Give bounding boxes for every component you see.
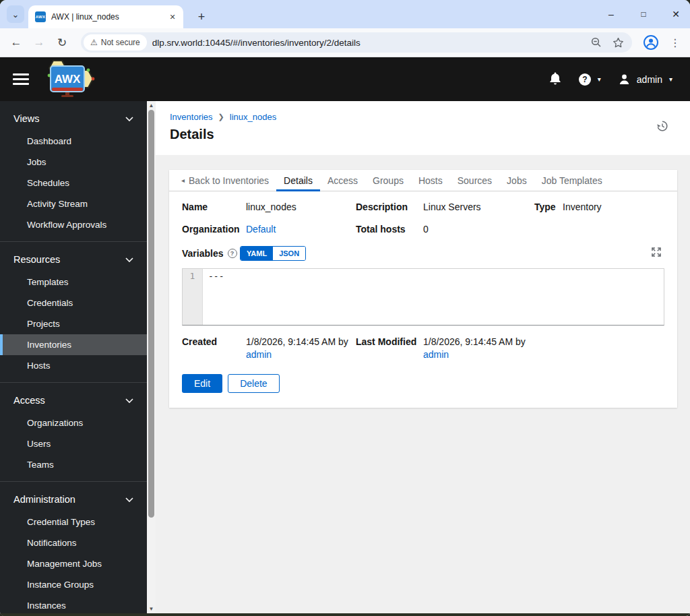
activity-stream-history-icon[interactable] bbox=[656, 120, 668, 135]
sidebar-item-projects[interactable]: Projects bbox=[0, 313, 147, 334]
sidebar-item-users[interactable]: Users bbox=[0, 433, 147, 454]
bookmark-star-icon[interactable] bbox=[613, 37, 624, 49]
help-menu[interactable]: ? ▾ bbox=[579, 73, 601, 86]
svg-text:AWX: AWX bbox=[55, 73, 81, 86]
type-label: Type bbox=[534, 202, 563, 212]
variables-row: Variables ? YAML JSON bbox=[182, 246, 664, 261]
maximize-icon[interactable]: □ bbox=[637, 9, 650, 19]
sidebar-item-instance-groups[interactable]: Instance Groups bbox=[0, 574, 147, 595]
edit-button[interactable]: Edit bbox=[182, 374, 222, 393]
detail-row-2: Organization Default Total hosts 0 bbox=[182, 224, 664, 235]
chevron-down-icon bbox=[125, 257, 133, 262]
awx-logo[interactable]: AWX bbox=[40, 58, 98, 101]
total-hosts-label: Total hosts bbox=[356, 224, 423, 235]
description-label: Description bbox=[356, 202, 423, 212]
url-text[interactable]: dlp.srv.world:10445/#/inventories/invent… bbox=[152, 38, 591, 48]
caret-left-icon: ◂ bbox=[181, 177, 185, 184]
organization-link[interactable]: Default bbox=[246, 224, 356, 235]
tab-job-templates[interactable]: Job Templates bbox=[534, 170, 610, 191]
organization-label: Organization bbox=[182, 224, 246, 235]
sidebar-item-workflow-approvals[interactable]: Workflow Approvals bbox=[0, 214, 147, 235]
sidebar-section-administration[interactable]: Administration bbox=[0, 492, 147, 512]
tab-jobs[interactable]: Jobs bbox=[499, 170, 534, 191]
type-value: Inventory bbox=[563, 202, 664, 212]
variables-editor: 1 --- bbox=[182, 268, 664, 326]
expand-editor-icon[interactable] bbox=[651, 247, 662, 260]
user-caret-down-icon: ▾ bbox=[669, 75, 672, 83]
tab-back-to-inventories[interactable]: ◂ Back to Inventories bbox=[174, 170, 276, 191]
scroll-up-icon[interactable]: ▲ bbox=[147, 102, 156, 109]
chevron-down-icon bbox=[125, 398, 133, 403]
sidebar-item-activity-stream[interactable]: Activity Stream bbox=[0, 193, 147, 214]
desktop-edge bbox=[0, 613, 690, 616]
sidebar-item-schedules[interactable]: Schedules bbox=[0, 173, 147, 193]
json-toggle-button[interactable]: JSON bbox=[273, 247, 305, 260]
tab-hosts[interactable]: Hosts bbox=[411, 170, 450, 191]
inventory-details-card: ◂ Back to Inventories Details Access Gro… bbox=[169, 170, 677, 408]
not-secure-chip[interactable]: ⚠ Not secure bbox=[84, 34, 147, 51]
notifications-bell-icon[interactable] bbox=[549, 71, 561, 88]
sidebar-section-resources[interactable]: Resources bbox=[0, 252, 147, 272]
created-by-user-link[interactable]: admin bbox=[246, 349, 356, 360]
created-value: 1/8/2026, 9:14:45 AM by admin bbox=[246, 336, 356, 360]
address-bar[interactable]: ⚠ Not secure dlp.srv.world:10445/#/inven… bbox=[81, 32, 632, 53]
last-modified-label: Last Modified bbox=[356, 336, 423, 347]
back-icon[interactable]: ← bbox=[7, 33, 26, 52]
name-value: linux_nodes bbox=[246, 202, 356, 212]
sidebar-item-inventories[interactable]: Inventories bbox=[0, 334, 147, 355]
sidebar-item-templates[interactable]: Templates bbox=[0, 272, 147, 292]
sidebar-item-jobs[interactable]: Jobs bbox=[0, 152, 147, 173]
reload-icon[interactable]: ↻ bbox=[53, 33, 71, 52]
name-label: Name bbox=[182, 202, 246, 212]
variables-label: Variables bbox=[182, 248, 224, 259]
close-window-icon[interactable]: ✕ bbox=[670, 9, 682, 20]
tab-details[interactable]: Details bbox=[276, 170, 320, 191]
hamburger-menu-icon[interactable] bbox=[13, 71, 29, 88]
warning-icon: ⚠ bbox=[90, 38, 98, 47]
scroll-down-icon[interactable]: ▼ bbox=[147, 606, 156, 612]
tab-close-icon[interactable]: ✕ bbox=[167, 11, 178, 22]
sidebar-item-teams[interactable]: Teams bbox=[0, 454, 147, 475]
tab-sources[interactable]: Sources bbox=[450, 170, 499, 191]
zoom-icon[interactable] bbox=[591, 37, 602, 48]
sidebar-section-access[interactable]: Access bbox=[0, 393, 147, 412]
breadcrumb-separator-icon: ❯ bbox=[218, 113, 224, 121]
sidebar-nav: Views Dashboard Jobs Schedules Activity … bbox=[0, 101, 147, 616]
yaml-toggle-button[interactable]: YAML bbox=[241, 247, 273, 260]
browser-tab[interactable]: AWX AWX | linux_nodes ✕ bbox=[28, 5, 183, 28]
sidebar-section-views[interactable]: Views bbox=[0, 111, 147, 131]
sidebar-item-dashboard[interactable]: Dashboard bbox=[0, 131, 147, 152]
scrollbar-thumb[interactable] bbox=[148, 110, 154, 518]
user-menu[interactable]: admin ▾ bbox=[619, 73, 672, 85]
browser-window: ⌄ AWX AWX | linux_nodes ✕ + – □ ✕ ← → ↻ … bbox=[0, 0, 690, 616]
page-scrollbar[interactable]: ▲ ▼ bbox=[147, 101, 156, 616]
browser-menu-icon[interactable]: ⋮ bbox=[670, 36, 681, 49]
tab-search-button[interactable]: ⌄ bbox=[7, 5, 24, 23]
detail-row-1: Name linux_nodes Description Linux Serve… bbox=[182, 202, 664, 212]
sidebar-item-management-jobs[interactable]: Management Jobs bbox=[0, 553, 147, 574]
new-tab-button[interactable]: + bbox=[193, 8, 210, 26]
tab-groups[interactable]: Groups bbox=[365, 170, 411, 191]
minimize-icon[interactable]: – bbox=[605, 9, 617, 20]
breadcrumb-linux-nodes-link[interactable]: linux_nodes bbox=[230, 112, 276, 122]
editor-content[interactable]: --- bbox=[203, 269, 664, 325]
awx-header: AWX ? ▾ admin ▾ bbox=[0, 57, 690, 101]
modified-by-user-link[interactable]: admin bbox=[423, 349, 534, 360]
breadcrumb-inventories-link[interactable]: Inventories bbox=[170, 112, 213, 122]
forward-icon[interactable]: → bbox=[30, 33, 49, 52]
sidebar-item-credentials[interactable]: Credentials bbox=[0, 292, 147, 313]
awx-favicon-icon: AWX bbox=[35, 11, 46, 22]
sidebar-item-notifications[interactable]: Notifications bbox=[0, 532, 147, 553]
sidebar-item-hosts[interactable]: Hosts bbox=[0, 355, 147, 376]
delete-button[interactable]: Delete bbox=[228, 374, 279, 393]
tab-access[interactable]: Access bbox=[320, 170, 365, 191]
chevron-down-icon bbox=[125, 117, 133, 121]
variables-help-icon[interactable]: ? bbox=[228, 249, 237, 258]
sidebar-item-credential-types[interactable]: Credential Types bbox=[0, 512, 147, 532]
created-label: Created bbox=[182, 336, 246, 347]
window-controls: – □ ✕ bbox=[605, 0, 682, 28]
profile-icon[interactable] bbox=[643, 34, 659, 51]
chevron-down-icon bbox=[125, 497, 133, 502]
yaml-json-toggle: YAML JSON bbox=[240, 246, 306, 261]
sidebar-item-organizations[interactable]: Organizations bbox=[0, 412, 147, 433]
